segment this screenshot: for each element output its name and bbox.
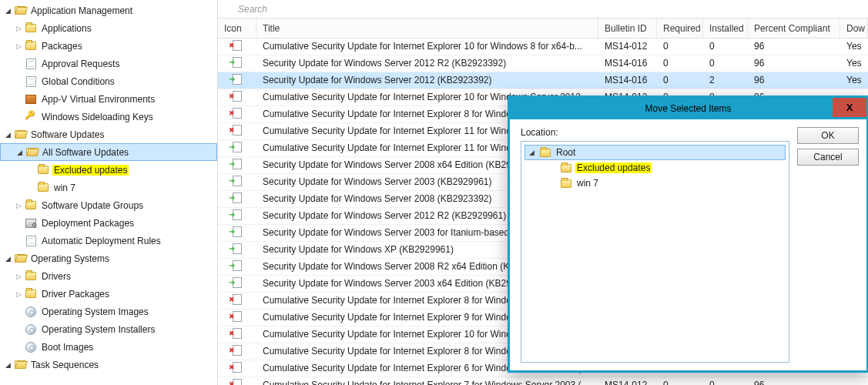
folder-closed: [37, 182, 49, 194]
col-icon[interactable]: Icon: [218, 18, 256, 37]
update-icon: [218, 176, 256, 188]
expander-icon[interactable]: [26, 183, 35, 192]
cancel-button[interactable]: Cancel: [797, 149, 859, 166]
expander-icon[interactable]: [14, 219, 23, 228]
expander-icon[interactable]: [14, 42, 23, 51]
nav-item[interactable]: Software Updates: [0, 126, 217, 143]
col-bulletin[interactable]: Bulletin ID: [598, 18, 657, 37]
nav-item[interactable]: Excluded updates: [0, 161, 217, 179]
nav-item[interactable]: Task Sequences: [0, 356, 217, 373]
update-icon: [218, 209, 256, 222]
col-downloaded[interactable]: Dow: [840, 18, 868, 37]
nav-item[interactable]: Drivers: [0, 267, 217, 285]
table-row[interactable]: Security Update for Windows Server 2012 …: [218, 72, 868, 89]
nav-label: Global Conditions: [40, 76, 116, 87]
expander-icon[interactable]: [14, 201, 23, 210]
nav-label: Deployment Packages: [40, 218, 136, 229]
table-row[interactable]: Cumulative Security Update for Internet …: [218, 38, 868, 55]
nav-item[interactable]: Global Conditions: [0, 72, 217, 90]
table-row[interactable]: Security Update for Windows Server 2012 …: [218, 55, 868, 72]
nav-item[interactable]: win 7: [0, 179, 217, 196]
dialog-title-bar[interactable]: Move Selected Items X: [510, 98, 866, 119]
disc-icon: [25, 306, 37, 318]
nav-label: All Software Updates: [41, 147, 130, 158]
expander-icon[interactable]: [14, 112, 23, 122]
col-installed[interactable]: Installed: [703, 18, 748, 37]
dialog-close-button[interactable]: X: [833, 98, 866, 117]
update-icon: [218, 277, 256, 290]
nav-item[interactable]: Driver Packages: [0, 285, 217, 303]
nav-label: Operating System Images: [40, 306, 150, 317]
location-item[interactable]: win 7: [524, 176, 786, 191]
nav-tree: Application ManagementApplicationsPackag…: [0, 0, 218, 385]
expander-icon[interactable]: [14, 24, 23, 33]
update-icon: [218, 226, 256, 239]
expander-icon[interactable]: [14, 272, 23, 281]
expander-icon[interactable]: [26, 166, 35, 175]
expander-icon[interactable]: [3, 130, 12, 139]
nav-label: Windows Sideloading Keys: [40, 112, 155, 122]
nav-item[interactable]: Windows Sideloading Keys: [0, 108, 217, 126]
nav-item[interactable]: Operating Systems: [0, 249, 217, 267]
ok-button[interactable]: OK: [797, 127, 859, 144]
location-label: Excluded updates: [575, 162, 652, 173]
expander-icon[interactable]: [14, 307, 23, 316]
nav-item[interactable]: Approval Requests: [0, 55, 217, 72]
expander-icon[interactable]: [3, 6, 12, 15]
folder-closed: [25, 22, 37, 35]
folder-closed: [25, 288, 37, 300]
expander-icon[interactable]: [14, 343, 23, 352]
nav-item[interactable]: Boot Images: [0, 338, 217, 356]
sheet-icon: [25, 75, 37, 88]
expander-icon[interactable]: [527, 148, 536, 157]
update-icon: [218, 311, 256, 323]
nav-label: Packages: [40, 41, 84, 52]
key-icon: [25, 111, 37, 123]
expander-icon[interactable]: [3, 254, 12, 263]
expander-icon[interactable]: [15, 148, 24, 157]
update-icon: [218, 91, 256, 103]
grid-header: Icon Title Bulletin ID Required Installe…: [218, 18, 868, 38]
folder-open: [14, 359, 26, 371]
update-icon: [218, 260, 256, 273]
cell-downloaded: Yes: [840, 75, 868, 85]
nav-item[interactable]: App-V Virtual Environments: [0, 90, 217, 108]
col-required[interactable]: Required: [657, 18, 703, 37]
col-percent[interactable]: Percent Compliant: [748, 18, 840, 37]
nav-label: Driver Packages: [40, 289, 111, 300]
folder-closed: [25, 40, 37, 52]
location-tree[interactable]: RootExcluded updateswin 7: [521, 141, 789, 363]
expander-icon[interactable]: [3, 360, 12, 370]
nav-item[interactable]: Software Update Groups: [0, 196, 217, 214]
table-row[interactable]: Cumulative Security Update for Internet …: [218, 377, 868, 385]
folder-icon: [560, 177, 572, 189]
cell-bulletin: MS14-012: [598, 41, 657, 52]
nav-item[interactable]: All Software Updates: [0, 143, 217, 161]
expander-icon[interactable]: [14, 95, 23, 104]
cell-required: 0: [657, 58, 703, 69]
nav-item[interactable]: Operating System Installers: [0, 320, 217, 338]
nav-label: Software Update Groups: [40, 200, 145, 211]
expander-icon[interactable]: [14, 290, 23, 299]
cell-title: Cumulative Security Update for Internet …: [256, 380, 598, 385]
nav-item[interactable]: Packages: [0, 37, 217, 55]
location-item[interactable]: Root: [524, 145, 786, 160]
location-item[interactable]: Excluded updates: [524, 160, 786, 176]
sheet-icon: [25, 58, 37, 70]
col-title[interactable]: Title: [256, 18, 598, 37]
nav-item[interactable]: Applications: [0, 19, 217, 37]
cell-percent: 96: [748, 380, 840, 385]
box-icon: [25, 93, 37, 105]
nav-item[interactable]: Application Management: [0, 2, 217, 19]
nav-item[interactable]: Automatic Deployment Rules: [0, 232, 217, 249]
expander-icon[interactable]: [14, 236, 23, 246]
folder-closed: [25, 270, 37, 283]
expander-icon[interactable]: [14, 325, 23, 334]
cell-title: Security Update for Windows Server 2012 …: [256, 58, 598, 69]
expander-icon[interactable]: [14, 59, 23, 69]
cell-installed: 0: [703, 41, 748, 52]
nav-item[interactable]: Deployment Packages: [0, 214, 217, 232]
expander-icon[interactable]: [14, 77, 23, 86]
nav-item[interactable]: Operating System Images: [0, 303, 217, 320]
search-input[interactable]: Search: [218, 0, 868, 18]
